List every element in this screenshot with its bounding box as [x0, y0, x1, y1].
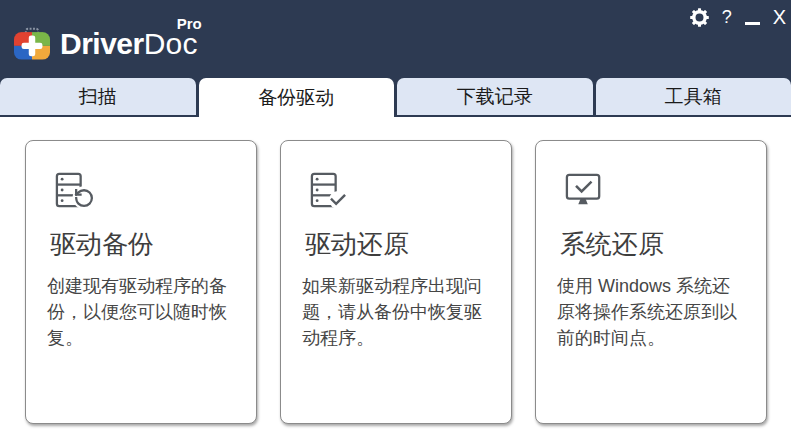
- system-restore-card[interactable]: 系统还原 使用 Windows 系统还原将操作系统还原到以前的时间点。: [535, 140, 767, 424]
- title-bar: DriverDoc Pro: [0, 0, 791, 78]
- driver-restore-card[interactable]: 驱动还原 如果新驱动程序出现问题，请从备份中恢复驱动程序。: [280, 140, 512, 424]
- minimize-button[interactable]: [745, 9, 760, 25]
- monitor-check-icon: [563, 171, 605, 209]
- minimize-icon: [745, 22, 760, 25]
- card-description: 创建现有驱动程序的备份，以便您可以随时恢复。: [47, 273, 236, 351]
- driverdoc-logo-icon: [13, 26, 51, 61]
- settings-button[interactable]: [690, 8, 709, 27]
- backup-drivers-panel: 驱动备份 创建现有驱动程序的备份，以便您可以随时恢复。: [0, 117, 791, 446]
- gear-icon: [690, 8, 709, 27]
- tab-bar: 扫描 备份驱动 下载记录 工具箱: [0, 78, 791, 117]
- tab-scan[interactable]: 扫描: [0, 78, 196, 115]
- card-title: 驱动还原: [305, 229, 491, 259]
- app-title: DriverDoc Pro: [60, 29, 198, 59]
- card-description: 如果新驱动程序出现问题，请从备份中恢复驱动程序。: [302, 273, 491, 351]
- tab-download-history[interactable]: 下载记录: [397, 78, 593, 115]
- card-description: 使用 Windows 系统还原将操作系统还原到以前的时间点。: [557, 273, 746, 351]
- driver-backup-card[interactable]: 驱动备份 创建现有驱动程序的备份，以便您可以随时恢复。: [25, 140, 257, 424]
- driverdoc-window: DriverDoc Pro: [0, 0, 791, 446]
- brand-pro-badge: Pro: [177, 16, 202, 31]
- close-button[interactable]: X: [773, 6, 785, 29]
- server-backup-icon: [53, 171, 95, 209]
- tab-backup-drivers[interactable]: 备份驱动: [199, 78, 395, 117]
- help-button[interactable]: ?: [722, 7, 732, 28]
- tab-toolbox[interactable]: 工具箱: [596, 78, 791, 115]
- window-controls: ? X: [690, 5, 785, 29]
- app-brand: DriverDoc Pro: [13, 0, 198, 78]
- card-title: 驱动备份: [50, 229, 236, 259]
- card-row: 驱动备份 创建现有驱动程序的备份，以便您可以随时恢复。: [25, 140, 767, 424]
- server-restore-check-icon: [308, 171, 350, 209]
- card-title: 系统还原: [560, 229, 746, 259]
- brand-driver: Driver: [60, 27, 144, 60]
